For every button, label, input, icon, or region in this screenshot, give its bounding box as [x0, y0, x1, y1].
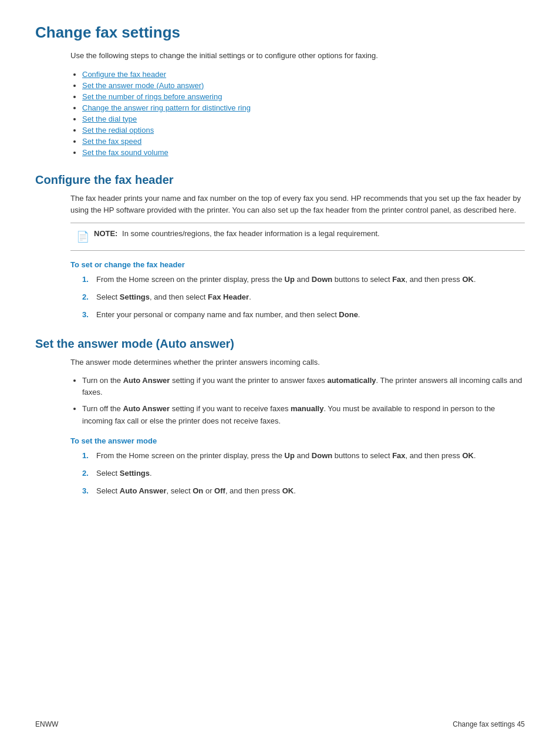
toc-item-7[interactable]: Set the fax speed: [82, 137, 525, 146]
section-title-configure-fax: Configure the fax header: [35, 173, 525, 187]
step-item: 1.From the Home screen on the printer di…: [82, 274, 525, 285]
section-intro-configure-fax: The fax header prints your name and fax …: [70, 193, 525, 217]
step-item: 1.From the Home screen on the printer di…: [82, 450, 525, 462]
step-number: 2.: [82, 291, 93, 303]
steps-list-configure-fax: 1.From the Home screen on the printer di…: [82, 274, 525, 321]
subsection-title-set-answer-mode: To set the answer mode: [70, 436, 525, 445]
step-number: 1.: [82, 274, 93, 285]
step-number: 1.: [82, 450, 93, 462]
section-title-answer-mode: Set the answer mode (Auto answer): [35, 337, 525, 351]
step-number: 3.: [82, 485, 93, 497]
step-item: 3.Select Auto Answer, select On or Off, …: [82, 485, 525, 497]
toc-item-8[interactable]: Set the fax sound volume: [82, 148, 525, 157]
toc-item-1[interactable]: Configure the fax header: [82, 70, 525, 79]
toc-item-3[interactable]: Set the number of rings before answering: [82, 92, 525, 101]
note-label: NOTE:: [94, 229, 117, 238]
step-number: 2.: [82, 468, 93, 479]
note-content: NOTE: In some countries/regions, the fax…: [94, 228, 380, 240]
section-intro-answer-mode: The answer mode determines whether the p…: [70, 357, 525, 369]
toc-item-4[interactable]: Change the answer ring pattern for disti…: [82, 103, 525, 112]
step-item: 2.Select Settings.: [82, 468, 525, 479]
page-title: Change fax settings: [35, 23, 525, 42]
subsection-title-set-change-header: To set or change the fax header: [70, 260, 525, 269]
step-item: 2.Select Settings, and then select Fax H…: [82, 291, 525, 303]
intro-text: Use the following steps to change the in…: [70, 50, 525, 62]
toc-item-2[interactable]: Set the answer mode (Auto answer): [82, 81, 525, 90]
note-icon: 📄: [76, 228, 89, 246]
step-number: 3.: [82, 309, 93, 321]
bullet-item-auto-on: Turn on the Auto Answer setting if you w…: [82, 375, 525, 398]
footer: ENWW Change fax settings 45: [35, 720, 525, 728]
step-item: 3.Enter your personal or company name an…: [82, 309, 525, 321]
footer-right: Change fax settings 45: [453, 720, 525, 728]
toc-item-5[interactable]: Set the dial type: [82, 115, 525, 123]
footer-left: ENWW: [35, 720, 58, 728]
toc-item-6[interactable]: Set the redial options: [82, 126, 525, 135]
note-box: 📄 NOTE: In some countries/regions, the f…: [70, 223, 525, 251]
answer-mode-bullets: Turn on the Auto Answer setting if you w…: [82, 375, 525, 427]
note-text: In some countries/regions, the fax heade…: [122, 229, 380, 238]
bullet-item-auto-off: Turn off the Auto Answer setting if you …: [82, 403, 525, 426]
steps-list-answer-mode: 1.From the Home screen on the printer di…: [82, 450, 525, 497]
toc-list: Configure the fax header Set the answer …: [82, 70, 525, 157]
